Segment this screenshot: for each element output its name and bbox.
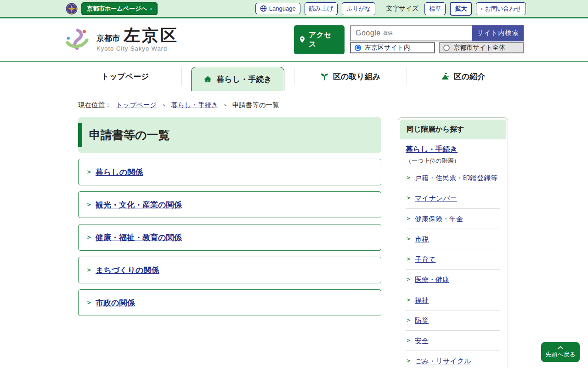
utility-bar-left: 京都市ホームページへ › (66, 2, 158, 15)
category-link-label: 暮らしの関係 (96, 167, 143, 178)
sidebar-title: 同じ階層から探す (400, 120, 506, 139)
title-accent-bar (78, 123, 82, 147)
sidebar-link-list: ＞ 戸籍・住民票・印鑑登録等 ＞ マイナンバー ＞ 健康保険・年金 ＞ (406, 168, 500, 368)
sidebar-list-item: ＞ マイナンバー (406, 188, 500, 208)
search-engine-label: Google (356, 29, 381, 37)
radio-unselected-icon (443, 45, 450, 51)
ward-name-english: Kyoto City Sakyo Ward (96, 45, 179, 52)
kyoto-city-home-link[interactable]: 京都市ホームページへ › (81, 2, 158, 15)
search-scope-ward-option[interactable]: 左京区サイト内 (350, 42, 435, 53)
page-title-box: 申請書等の一覧 (78, 117, 381, 153)
site-title: 京都市 左京区 Kyoto City Sakyo Ward (96, 27, 179, 52)
contact-label: お問い合わせ (485, 5, 521, 13)
sidebar-link-label: 子育て (415, 254, 435, 264)
breadcrumb: 現在位置： トップページ ＞ 暮らし・手続き ＞ 申請書等の一覧 (78, 101, 588, 109)
site-search-input[interactable]: Google 提供 (350, 25, 472, 41)
sidebar-list-item: ＞ 医療・健康 (406, 270, 500, 290)
sidebar-link-label: 防災 (415, 315, 429, 326)
nav-item-ward-initiatives[interactable]: 区の取り組み (294, 62, 407, 91)
site-search: Google 提供 サイト内検索 左京区サイト内 京都市サイト全体 (350, 25, 524, 53)
nav-top-page-label: トップページ (102, 71, 149, 82)
sidebar-link[interactable]: ＞ 安全 (406, 335, 500, 346)
back-to-top-button[interactable]: 先頭へ戻る (541, 342, 580, 362)
chevron-right-icon: ＞ (406, 193, 412, 203)
city-name: 京都市 (96, 33, 120, 44)
font-enlarge-button[interactable]: 拡大 (450, 2, 472, 16)
chevron-right-icon: ＞ (406, 274, 412, 285)
search-scope-city-option[interactable]: 京都市サイト全体 (439, 42, 524, 53)
chevron-right-icon: › (150, 6, 152, 12)
site-search-button[interactable]: サイト内検索 (472, 25, 524, 41)
site-logo[interactable]: 京都市 左京区 Kyoto City Sakyo Ward (64, 27, 179, 52)
chevron-right-icon: ＞ (86, 233, 92, 242)
read-aloud-button[interactable]: 読み上げ (305, 2, 338, 15)
access-label: アクセス (309, 30, 338, 49)
sidebar-link-label: 安全 (415, 335, 429, 346)
nav-ward-initiatives-label: 区の取り組み (333, 71, 380, 82)
chevron-right-icon: ＞ (406, 172, 412, 183)
sidebar-link[interactable]: ＞ ごみ・リサイクル (406, 356, 500, 366)
sidebar-link-label: 医療・健康 (415, 274, 449, 285)
sakyo-ward-logo-icon (64, 28, 91, 52)
contact-button[interactable]: › お問い合わせ (476, 2, 526, 15)
access-button[interactable]: アクセス (294, 25, 345, 54)
sidebar-link-label: 市税 (415, 234, 429, 244)
ward-name: 左京区 (124, 27, 179, 44)
kyoto-city-emblem-icon (66, 3, 78, 15)
nav-item-top-page[interactable]: トップページ (69, 62, 181, 91)
category-link-list: ＞ 暮らしの関係 ＞ 観光・文化・産業の関係 ＞ 健康・福祉・教育の関係 ＞ ま… (78, 159, 381, 316)
sidebar-list-item: ＞ ごみ・リサイクル (406, 351, 500, 368)
main-column: 申請書等の一覧 ＞ 暮らしの関係 ＞ 観光・文化・産業の関係 ＞ 健康・福祉・教… (78, 117, 381, 316)
location-pin-icon (299, 35, 306, 44)
category-link[interactable]: ＞ 健康・福祉・教育の関係 (78, 224, 381, 251)
nav-item-ward-introduction[interactable]: 区の紹介 (407, 62, 519, 91)
back-to-top-label: 先頭へ戻る (545, 351, 576, 359)
sidebar-link[interactable]: ＞ 防災 (406, 315, 500, 326)
breadcrumb-label: 現在位置： (78, 101, 112, 109)
radio-selected-icon (355, 45, 361, 51)
sidebar-parent-note: （一つ上位の階層） (406, 157, 500, 165)
language-button[interactable]: Language (255, 3, 300, 14)
sidebar-link[interactable]: ＞ 戸籍・住民票・印鑑登録等 (406, 172, 500, 183)
page-title: 申請書等の一覧 (89, 127, 170, 143)
category-link[interactable]: ＞ 市政の関係 (78, 289, 381, 316)
sidebar-link-label: 健康保険・年金 (415, 213, 463, 224)
sidebar-list-item: ＞ 子育て (406, 249, 500, 270)
sidebar-link-label: 福祉 (415, 295, 429, 305)
utility-bar-right: Language 読み上げ ふりがな 文字サイズ 標準 拡大 › お問い合わせ (255, 2, 526, 16)
sidebar-link[interactable]: ＞ 医療・健康 (406, 274, 500, 285)
language-label: Language (269, 5, 296, 12)
sidebar-link[interactable]: ＞ 市税 (406, 234, 500, 244)
sidebar-link[interactable]: ＞ 子育て (406, 254, 500, 264)
search-provided-by-label: 提供 (384, 30, 393, 36)
category-link-label: 市政の関係 (96, 298, 135, 308)
chevron-up-icon (557, 346, 564, 350)
furigana-button[interactable]: ふりがな (342, 2, 375, 15)
chevron-right-icon: ＞ (86, 266, 92, 274)
sidebar-link[interactable]: ＞ 健康保険・年金 (406, 213, 500, 224)
sidebar-body: 暮らし・手続き （一つ上位の階層） ＞ 戸籍・住民票・印鑑登録等 ＞ マイナンバ… (400, 139, 506, 368)
sidebar-parent-link[interactable]: 暮らし・手続き (406, 145, 458, 155)
category-link[interactable]: ＞ 観光・文化・産業の関係 (78, 191, 381, 218)
sidebar-list-item: ＞ 安全 (406, 331, 500, 351)
globe-icon (260, 5, 267, 12)
category-link[interactable]: ＞ 暮らしの関係 (78, 159, 381, 185)
chevron-right-icon: ＞ (406, 234, 412, 244)
chevron-right-icon: ＞ (406, 335, 412, 346)
sidebar-list-item: ＞ 市税 (406, 229, 500, 249)
font-size-label: 文字サイズ (386, 5, 418, 13)
sidebar-same-level: 同じ階層から探す 暮らし・手続き （一つ上位の階層） ＞ 戸籍・住民票・印鑑登録… (398, 117, 508, 368)
sidebar-link[interactable]: ＞ マイナンバー (406, 193, 500, 203)
category-link[interactable]: ＞ まちづくりの関係 (78, 257, 381, 283)
sidebar-list-item: ＞ 福祉 (406, 290, 500, 310)
global-nav: トップページ 暮らし・手続き 区の取り組み 区の紹介 (69, 62, 519, 91)
nav-item-living-procedures[interactable]: 暮らし・手続き (181, 62, 294, 91)
category-link-label: まちづくりの関係 (96, 265, 159, 276)
breadcrumb-link-living-procedures[interactable]: 暮らし・手続き (171, 101, 218, 109)
sidebar-link[interactable]: ＞ 福祉 (406, 295, 500, 305)
font-standard-button[interactable]: 標準 (424, 2, 446, 15)
breadcrumb-link-top-page[interactable]: トップページ (116, 101, 157, 109)
sprout-icon (320, 72, 329, 81)
content-area: 申請書等の一覧 ＞ 暮らしの関係 ＞ 観光・文化・産業の関係 ＞ 健康・福祉・教… (0, 117, 588, 368)
home-icon (204, 75, 212, 84)
